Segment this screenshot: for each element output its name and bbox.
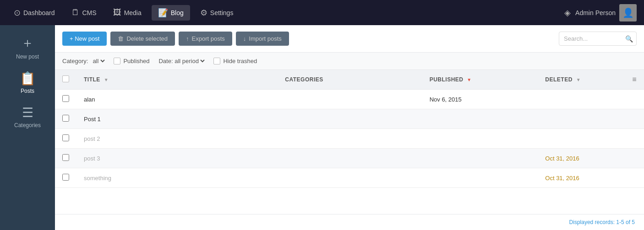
search-box: 🔍 — [559, 32, 637, 46]
deleted-sort-icon: ▼ — [576, 77, 581, 82]
search-icon[interactable]: 🔍 — [625, 35, 633, 43]
hide-trashed-label: Hide trashed — [223, 58, 257, 64]
table-body: alan Nov 6, 2015 Post 1 — [55, 90, 644, 188]
cell-published — [422, 149, 538, 168]
cms-icon: 🗒 — [71, 8, 80, 17]
cell-deleted: Oct 31, 2016 — [538, 149, 625, 168]
sidebar-label-categories: Categories — [14, 122, 41, 128]
import-icon: ↓ — [243, 35, 246, 42]
th-published[interactable]: PUBLISHED ▼ — [422, 70, 538, 90]
category-select[interactable]: all — [91, 57, 106, 65]
published-checkbox[interactable] — [114, 58, 120, 64]
cell-title: post 3 — [76, 149, 278, 168]
table-row: post 3 Oct 31, 2016 — [55, 149, 644, 168]
delete-selected-label: Delete selected — [126, 35, 168, 42]
cell-categories — [278, 129, 422, 149]
nav-items-right: ◈ Admin Person 👤 — [564, 4, 637, 21]
nav-items-left: ⊙ Dashboard 🗒 CMS 🖼 Media 📝 Blog ⚙ Setti… — [7, 5, 564, 21]
nav-label-dashboard: Dashboard — [23, 9, 55, 16]
cell-published — [422, 129, 538, 149]
table-row: Post 1 — [55, 109, 644, 129]
new-post-button[interactable]: + New post — [62, 32, 107, 46]
th-title[interactable]: TITLE ▼ — [76, 70, 278, 90]
media-icon: 🖼 — [113, 8, 121, 17]
date-select[interactable]: Date: all period — [157, 57, 206, 65]
body-layout: ＋ New post 📋 Posts ☰ Categories + New po… — [0, 25, 644, 230]
toolbar: + New post 🗑 Delete selected ↑ Export po… — [55, 25, 644, 53]
date-filter[interactable]: Date: all period — [157, 57, 206, 65]
compass-icon: ◈ — [564, 8, 571, 18]
cell-title: alan — [76, 90, 278, 109]
category-filter[interactable]: Category: all — [62, 57, 106, 65]
admin-info: Admin Person 👤 — [575, 4, 637, 21]
dashboard-icon: ⊙ — [14, 8, 21, 18]
add-icon: ＋ — [21, 34, 34, 52]
export-posts-label: Export posts — [192, 35, 225, 42]
row-checkbox[interactable] — [62, 134, 69, 141]
cell-categories — [278, 168, 422, 188]
export-posts-button[interactable]: ↑ Export posts — [179, 32, 232, 46]
cell-categories — [278, 90, 422, 109]
cell-deleted — [538, 109, 625, 129]
table-footer: Displayed records: 1-5 of 5 — [55, 214, 644, 230]
nav-item-cms[interactable]: 🗒 CMS — [65, 5, 103, 20]
nav-item-settings[interactable]: ⚙ Settings — [194, 5, 240, 21]
top-navigation: ⊙ Dashboard 🗒 CMS 🖼 Media 📝 Blog ⚙ Setti… — [0, 0, 644, 25]
published-filter[interactable]: Published — [114, 58, 149, 64]
sidebar-label-posts: Posts — [21, 88, 34, 94]
sidebar-item-new-post[interactable]: ＋ New post — [0, 30, 55, 64]
select-all-checkbox[interactable] — [62, 75, 69, 82]
table-row: alan Nov 6, 2015 — [55, 90, 644, 109]
nav-item-blog[interactable]: 📝 Blog — [152, 5, 190, 21]
records-count: Displayed records: 1-5 of 5 — [569, 219, 635, 225]
cell-deleted — [538, 90, 625, 109]
hide-trashed-checkbox[interactable] — [213, 58, 220, 64]
table-row: post 2 — [55, 129, 644, 149]
new-post-label: + New post — [70, 35, 99, 42]
cell-deleted — [538, 129, 625, 149]
delete-icon: 🗑 — [118, 35, 124, 42]
row-checkbox[interactable] — [62, 154, 69, 161]
delete-selected-button[interactable]: 🗑 Delete selected — [110, 32, 175, 46]
import-posts-label: Import posts — [249, 35, 282, 42]
nav-label-blog: Blog — [171, 9, 184, 16]
table-header: TITLE ▼ CATEGORIES PUBLISHED ▼ DELETED — [55, 70, 644, 90]
cell-title: post 2 — [76, 129, 278, 149]
cell-title: something — [76, 168, 278, 188]
nav-item-media[interactable]: 🖼 Media — [107, 5, 148, 20]
hide-trashed-filter[interactable]: Hide trashed — [213, 58, 257, 64]
th-categories: CATEGORIES — [278, 70, 422, 90]
avatar: 👤 — [619, 4, 637, 21]
categories-icon: ☰ — [22, 105, 33, 120]
title-sort-icon: ▼ — [104, 77, 109, 82]
cell-published: Nov 6, 2015 — [422, 90, 538, 109]
sidebar-label-new-post: New post — [16, 53, 39, 60]
row-checkbox[interactable] — [62, 174, 69, 181]
table-row: something Oct 31, 2016 — [55, 168, 644, 188]
admin-name: Admin Person — [575, 9, 616, 16]
nav-label-cms: CMS — [82, 9, 97, 16]
posts-table-container: TITLE ▼ CATEGORIES PUBLISHED ▼ DELETED — [55, 70, 644, 214]
nav-item-dashboard[interactable]: ⊙ Dashboard — [7, 5, 61, 21]
sidebar: ＋ New post 📋 Posts ☰ Categories — [0, 25, 55, 230]
th-deleted[interactable]: DELETED ▼ — [538, 70, 625, 90]
row-checkbox[interactable] — [62, 115, 69, 122]
column-config-icon[interactable]: ≡ — [632, 75, 637, 83]
th-actions: ≡ — [625, 70, 644, 90]
sidebar-item-categories[interactable]: ☰ Categories — [0, 101, 55, 133]
settings-icon: ⚙ — [200, 8, 207, 18]
published-filter-label: Published — [123, 58, 149, 64]
sidebar-item-posts[interactable]: 📋 Posts — [0, 66, 55, 99]
posts-icon: 📋 — [20, 71, 36, 86]
row-checkbox[interactable] — [62, 95, 69, 102]
import-posts-button[interactable]: ↓ Import posts — [236, 32, 289, 46]
posts-table: TITLE ▼ CATEGORIES PUBLISHED ▼ DELETED — [55, 70, 644, 188]
cell-published — [422, 109, 538, 129]
category-filter-label: Category: — [62, 58, 88, 64]
nav-label-settings: Settings — [210, 9, 234, 16]
cell-published — [422, 168, 538, 188]
cell-categories — [278, 149, 422, 168]
main-content: + New post 🗑 Delete selected ↑ Export po… — [55, 25, 644, 230]
nav-label-media: Media — [124, 9, 142, 16]
filter-bar: Category: all Published Date: all period… — [55, 53, 644, 70]
